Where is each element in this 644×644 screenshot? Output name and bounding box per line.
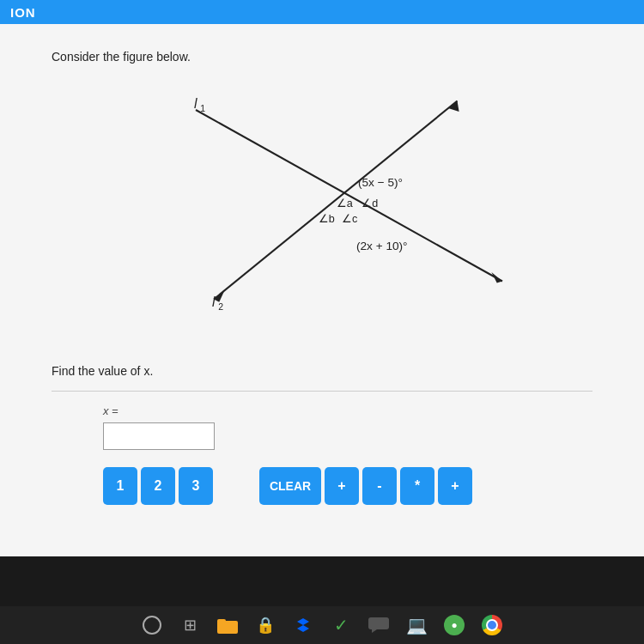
green-app-icon[interactable]: ●: [442, 613, 466, 637]
search-icon[interactable]: ⊞: [178, 613, 202, 637]
svg-marker-19: [372, 629, 377, 633]
svg-line-1: [214, 101, 458, 300]
x-label: x =: [103, 404, 541, 417]
check-icon[interactable]: ✓: [329, 613, 353, 637]
svg-text:l: l: [212, 295, 216, 309]
svg-marker-2: [491, 272, 502, 283]
svg-text:∠a: ∠a: [337, 197, 353, 210]
key-3[interactable]: 3: [179, 467, 213, 505]
laptop-icon[interactable]: 💻: [404, 613, 428, 637]
svg-rect-16: [217, 619, 226, 623]
clear-button[interactable]: CLEAR: [259, 467, 321, 505]
key-multiply[interactable]: *: [400, 467, 434, 505]
chat-icon[interactable]: [367, 613, 391, 637]
dropbox-icon[interactable]: [291, 613, 315, 637]
geometry-figure: l 1 l 2 (5x − 5)° ∠a ∠d ∠b ∠c (2x + 10)°: [52, 81, 592, 355]
divider: [52, 391, 592, 392]
svg-marker-17: [297, 618, 309, 632]
svg-text:∠c: ∠c: [342, 213, 357, 225]
svg-marker-4: [214, 290, 225, 302]
figure-area: l 1 l 2 (5x − 5)° ∠a ∠d ∠b ∠c (2x + 10)°: [52, 81, 592, 355]
store-icon[interactable]: 🔒: [253, 613, 277, 637]
svg-text:1: 1: [200, 103, 205, 113]
svg-text:(5x − 5)°: (5x − 5)°: [358, 176, 403, 189]
keyboard-row: 1 2 3 CLEAR + - * +: [103, 467, 541, 505]
main-content: Consider the figure below. l 1 l 2: [0, 24, 644, 556]
windows-start-icon[interactable]: [140, 613, 164, 637]
svg-text:(2x + 10)°: (2x + 10)°: [356, 240, 408, 252]
top-bar: ION: [0, 0, 644, 24]
svg-line-0: [196, 110, 502, 282]
chrome-icon[interactable]: [480, 613, 504, 637]
answer-input[interactable]: [103, 422, 215, 450]
key-plus[interactable]: +: [325, 467, 359, 505]
svg-text:∠b: ∠b: [319, 213, 335, 225]
key-2[interactable]: 2: [141, 467, 175, 505]
key-plus2[interactable]: +: [438, 467, 472, 505]
key-1[interactable]: 1: [103, 467, 137, 505]
key-minus[interactable]: -: [362, 467, 397, 505]
question-text: Consider the figure below.: [52, 50, 592, 64]
taskbar: ⊞ 🔒 ✓ 💻 ●: [0, 606, 644, 644]
find-x-text: Find the value of x.: [52, 364, 592, 378]
svg-text:∠d: ∠d: [361, 197, 378, 210]
file-explorer-icon[interactable]: [216, 613, 240, 637]
answer-area: x = 1 2 3 CLEAR + - * +: [52, 404, 592, 505]
app-title: ION: [10, 5, 36, 20]
svg-text:2: 2: [218, 301, 223, 312]
svg-rect-18: [368, 617, 389, 629]
svg-text:l: l: [194, 96, 197, 111]
